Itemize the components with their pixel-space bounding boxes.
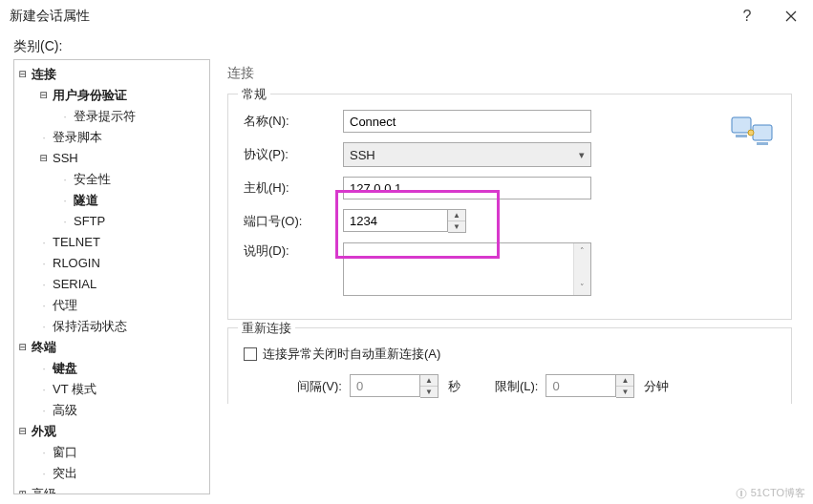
settings-panel: 连接 常规 名称(N):: [220, 59, 800, 494]
interval-input[interactable]: [350, 374, 420, 397]
tree-item-login-prompt[interactable]: ·登录提示符: [16, 106, 207, 127]
tree-item-sftp[interactable]: ·SFTP: [16, 211, 207, 232]
close-icon: [785, 10, 797, 22]
spin-up-icon[interactable]: ▲: [616, 375, 633, 387]
category-tree[interactable]: ⊟连接 ⊟用户身份验证 ·登录提示符 ·登录脚本 ⊟SSH ·安全性 ·隧道 ·…: [13, 59, 210, 494]
port-input[interactable]: [343, 209, 448, 232]
titlebar: 新建会话属性 ?: [0, 0, 813, 32]
group-reconnect: 重新连接 连接异常关闭时自动重新连接(A) 间隔(V): ▲▼ 秒 限制(L):: [227, 327, 792, 404]
spin-up-icon[interactable]: ▲: [448, 210, 465, 221]
connection-icon: [730, 112, 774, 153]
watermark: 51CTO博客: [736, 486, 805, 500]
limit-unit: 分钟: [644, 378, 669, 395]
limit-input[interactable]: [546, 374, 616, 397]
auto-reconnect-label: 连接异常关闭时自动重新连接(A): [263, 346, 440, 363]
protocol-label: 协议(P):: [240, 146, 343, 163]
group-general-legend: 常规: [238, 86, 270, 103]
spin-down-icon[interactable]: ▼: [448, 221, 465, 232]
tree-item-telnet[interactable]: ·TELNET: [16, 232, 207, 253]
scroll-down-icon[interactable]: ˅: [574, 280, 590, 295]
tree-item-serial[interactable]: ·SERIAL: [16, 274, 207, 295]
interval-unit: 秒: [448, 378, 460, 395]
svg-rect-2: [736, 135, 747, 137]
help-button[interactable]: ?: [725, 0, 769, 32]
auto-reconnect-checkbox[interactable]: 连接异常关闭时自动重新连接(A): [244, 346, 780, 363]
tree-item-user-auth[interactable]: ⊟用户身份验证: [16, 85, 207, 106]
group-reconnect-legend: 重新连接: [238, 320, 295, 337]
checkbox-icon: [244, 347, 257, 361]
port-label: 端口号(O):: [240, 213, 343, 230]
spin-down-icon[interactable]: ▼: [616, 387, 633, 397]
svg-point-4: [748, 130, 754, 136]
collapse-icon[interactable]: ⊟: [16, 337, 30, 358]
tree-item-security[interactable]: ·安全性: [16, 169, 207, 190]
host-label: 主机(H):: [240, 179, 343, 197]
tree-item-ssh[interactable]: ⊟SSH: [16, 148, 207, 169]
tree-item-connection[interactable]: ⊟连接: [16, 64, 207, 85]
protocol-select[interactable]: SSH ▾: [343, 142, 591, 167]
panel-caption: 连接: [220, 61, 800, 90]
tree-item-terminal[interactable]: ⊟终端: [16, 337, 207, 358]
collapse-icon[interactable]: ⊟: [16, 421, 30, 442]
spin-down-icon[interactable]: ▼: [420, 387, 438, 397]
host-input[interactable]: [343, 177, 591, 200]
tree-item-rlogin[interactable]: ·RLOGIN: [16, 253, 207, 274]
group-general: 常规 名称(N):: [227, 94, 792, 320]
scroll-up-icon[interactable]: ˄: [574, 243, 590, 259]
tree-item-highlight[interactable]: ·突出: [16, 463, 207, 484]
collapse-icon[interactable]: ⊟: [16, 64, 30, 85]
tree-item-window[interactable]: ·窗口: [16, 442, 207, 463]
interval-label: 间隔(V):: [297, 378, 342, 395]
svg-rect-6: [740, 491, 742, 496]
tree-item-keepalive[interactable]: ·保持活动状态: [16, 316, 207, 337]
tree-item-vtmode[interactable]: ·VT 模式: [16, 379, 207, 400]
tree-item-login-script[interactable]: ·登录脚本: [16, 127, 207, 148]
port-spinner[interactable]: ▲▼: [448, 209, 466, 233]
interval-spinner[interactable]: ▲▼: [420, 374, 439, 398]
window-title: 新建会话属性: [10, 8, 725, 25]
category-label: 类别(C):: [13, 38, 800, 55]
collapse-icon[interactable]: ⊟: [37, 148, 51, 169]
spin-up-icon[interactable]: ▲: [420, 375, 438, 387]
name-input[interactable]: [343, 110, 591, 133]
tree-item-tunnel[interactable]: ·隧道: [16, 190, 207, 211]
svg-rect-0: [732, 117, 751, 133]
watermark-icon: [736, 488, 747, 499]
svg-rect-1: [753, 125, 772, 140]
tree-item-advanced[interactable]: ·高级: [16, 400, 207, 421]
svg-rect-3: [757, 142, 768, 145]
tree-item-proxy[interactable]: ·代理: [16, 295, 207, 316]
scrollbar[interactable]: ˄˅: [573, 243, 590, 295]
name-label: 名称(N):: [240, 113, 343, 130]
expand-icon[interactable]: ⊞: [16, 484, 30, 494]
description-input[interactable]: ˄˅: [343, 242, 591, 296]
close-button[interactable]: [769, 0, 813, 32]
protocol-value: SSH: [350, 148, 375, 162]
tree-item-appearance[interactable]: ⊟外观: [16, 421, 207, 442]
tree-item-advanced2[interactable]: ⊞高级: [16, 484, 207, 494]
desc-label: 说明(D):: [240, 242, 343, 260]
chevron-down-icon: ▾: [579, 149, 585, 161]
collapse-icon[interactable]: ⊟: [37, 85, 51, 106]
limit-spinner[interactable]: ▲▼: [616, 374, 634, 398]
limit-label: 限制(L):: [495, 378, 539, 395]
tree-item-keyboard[interactable]: ·键盘: [16, 358, 207, 379]
